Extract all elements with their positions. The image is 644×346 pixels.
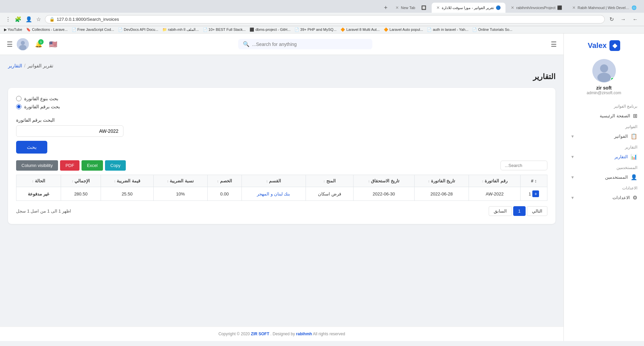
tab1-close[interactable]: ✕	[572, 5, 576, 10]
footer-copyright: Copyright © 2020	[218, 332, 250, 336]
browser-toolbar: ← → ↻ 🔒 ☆ 👤 🧩 ⋮	[0, 13, 644, 26]
col-discount[interactable]: الخصم ↕	[207, 175, 241, 187]
hamburger-button[interactable]: ☰	[7, 40, 13, 48]
search-button[interactable]: بحث	[16, 141, 47, 154]
next-page-button[interactable]: التالي	[527, 206, 547, 216]
col-status[interactable]: الحالة ↕	[16, 175, 61, 187]
pagination-info: اظهر 1 الى 1 من اصل 1 سجل	[16, 209, 71, 214]
topbar-menu-icon[interactable]: ☰	[551, 40, 557, 48]
address-bar[interactable]: 🔒	[45, 15, 605, 23]
extension-icon[interactable]: 🧩	[13, 15, 23, 24]
sidebar-username: zir soft	[596, 85, 612, 91]
sidebar-item-users[interactable]: 👤 المستخدمين ▼	[564, 171, 644, 184]
breadcrumb-home[interactable]: التقارير	[8, 63, 22, 68]
settings-icon[interactable]: ⋮	[4, 15, 12, 24]
footer-brand[interactable]: ZIR SOFT	[251, 332, 269, 336]
radio-type-input[interactable]	[16, 96, 21, 101]
sidebar-item-settings[interactable]: ⚙ الاعدادات ▼	[564, 191, 644, 204]
language-button[interactable]: 🇺🇸	[47, 38, 59, 50]
col-tax-value-sort: ↕	[114, 179, 116, 183]
search-input[interactable]	[252, 42, 368, 47]
breadcrumb-separator: /	[24, 63, 25, 68]
forward-button[interactable]: →	[619, 15, 628, 24]
cell-invoice-date: 2022-06-28	[414, 187, 469, 201]
bookmark-devdocs[interactable]: 📄 DevDocs API Docu...	[118, 27, 158, 32]
col-row-num[interactable]: ↕ #	[521, 175, 547, 187]
browser-tab-3[interactable]: 🔵 تقرير الفواتير - موزا سوفت للادارة ✕	[432, 3, 505, 13]
col-invoice-date[interactable]: تاريخ الفاتورة ↕	[414, 175, 469, 187]
row-expand-button[interactable]: +	[532, 190, 539, 197]
copy-button[interactable]: Copy	[105, 160, 126, 171]
bookmark-php[interactable]: 📄 39+ PHP and MySQ...	[294, 27, 336, 32]
bookmark-auth[interactable]: 📄 auth in laravel - Yah...	[427, 27, 468, 32]
bookmark-laravel-auto[interactable]: 🔶 Laravel Auto popul...	[384, 27, 423, 32]
radio-type-label[interactable]: بحث بنوع الفاتورة	[16, 96, 58, 101]
col-department[interactable]: القسم ↕	[241, 175, 306, 187]
cell-due-date: 2022-06-30	[353, 187, 414, 201]
bookmark-tutorials[interactable]: 📄 Online Tutorials So...	[472, 27, 512, 32]
col-due-date[interactable]: تاريخ الاستحقاق ↕	[353, 175, 414, 187]
topbar-avatar-image	[17, 38, 29, 50]
department-link[interactable]: بنك لبنان و المهجر	[257, 191, 290, 196]
refresh-button[interactable]: ↻	[607, 15, 616, 24]
page-1-button[interactable]: 1	[513, 206, 526, 216]
tab2-close[interactable]: ✕	[511, 5, 514, 10]
prev-page-button[interactable]: السابق	[489, 206, 512, 216]
back-button[interactable]: ←	[631, 15, 640, 24]
tab2-title: rabihmh/invoicesProject	[516, 6, 555, 10]
pdf-button[interactable]: PDF	[60, 160, 79, 171]
bookmark-rabih[interactable]: 📁 rabih-mh الملف اا...	[162, 27, 199, 32]
main-content: تقرير الفواتير / التقارير التقارير بحث ب…	[0, 55, 564, 327]
new-tab-button[interactable]: +	[381, 3, 390, 13]
col-tax-rate[interactable]: نسبة الضريبة ↕	[154, 175, 208, 187]
sidebar-item-reports-label: التقارير	[614, 154, 628, 159]
notifications-button[interactable]: 🔔 1	[33, 39, 44, 50]
bookmark-dbms[interactable]: ⬛ dbms-project - GitH...	[250, 27, 290, 32]
tab4-title: New Tab	[401, 6, 420, 10]
topbar-search[interactable]: 🔍	[238, 39, 372, 49]
table-search-input[interactable]	[500, 161, 547, 170]
cell-tax-rate: 10%	[154, 187, 208, 201]
tab3-title: تقرير الفواتير - موزا سوفت للادارة	[442, 6, 494, 10]
svg-point-4	[21, 41, 25, 45]
sidebar-item-home[interactable]: ⊞ الصفحة الرئيسية	[564, 109, 644, 122]
svg-point-1	[600, 64, 608, 72]
bookmark-js[interactable]: 📄 Free JavaScript Cod...	[72, 27, 114, 32]
sidebar-item-invoices[interactable]: 📋 الفواتير ▼	[564, 130, 644, 143]
radio-number-input[interactable]	[16, 104, 21, 109]
browser-tab-2[interactable]: ⬛ rabihmh/invoicesProject ✕	[506, 3, 567, 13]
cell-total: 280.50	[61, 187, 101, 201]
tab4-close[interactable]: ✕	[395, 5, 399, 10]
topbar: ☰ 🔔 1 🇺🇸	[0, 34, 564, 55]
sidebar-item-reports[interactable]: 📊 التقارير ▼	[564, 150, 644, 163]
users-chevron-icon: ▼	[571, 175, 575, 180]
invoice-number-input[interactable]	[16, 125, 123, 137]
bookmark-laravel8[interactable]: 🔶 Laravel 8 Multi Aut...	[340, 27, 380, 32]
notification-badge: 1	[38, 39, 44, 45]
radio-number-label[interactable]: بحث برقم الفاتورة	[16, 104, 60, 109]
bookmark-fullstack[interactable]: 📄 10+ BEST Full Stack...	[203, 27, 246, 32]
col-num-sort-icon: ↕	[535, 178, 537, 183]
browser-tab-1[interactable]: 🌐 Rabih Mahmoud | Web Develop... ✕	[568, 3, 641, 13]
table-row: + 1 AW-2022 2022-06-28 2022-06-30 قرض اس…	[16, 187, 547, 201]
col-grant[interactable]: المنح ↕	[306, 175, 354, 187]
col-invoice-num[interactable]: رقم الفاتورة ↕	[469, 175, 521, 187]
col-tax-value[interactable]: قيمة الضريبة ↕	[101, 175, 153, 187]
bookmark-icon[interactable]: ☆	[35, 15, 42, 24]
profile-icon[interactable]: 👤	[24, 15, 34, 24]
browser-tab-4[interactable]: 🔲 New Tab ✕	[391, 3, 431, 13]
breadcrumb-current: تقرير الفواتير	[28, 63, 53, 68]
topbar-left: ☰ 🔔 1 🇺🇸	[7, 38, 59, 50]
cell-department[interactable]: بنك لبنان و المهجر	[241, 187, 306, 201]
bookmark-collections[interactable]: 🔖 Collections - Larave...	[26, 27, 67, 32]
footer-developer[interactable]: rabihmh	[296, 332, 312, 336]
radio-number-text: بحث برقم الفاتورة	[24, 104, 60, 109]
tab3-close[interactable]: ✕	[436, 5, 440, 10]
column-visibility-button[interactable]: Column visibility	[16, 160, 58, 171]
excel-button[interactable]: Excel	[82, 160, 103, 171]
col-total[interactable]: الإجمالي ↕	[61, 175, 101, 187]
address-input[interactable]	[57, 17, 600, 22]
bookmark-youtube[interactable]: ▶ YouTube	[4, 27, 22, 32]
cell-row-num: + 1	[521, 187, 547, 201]
col-invoice-num-sort: ↕	[482, 179, 484, 183]
